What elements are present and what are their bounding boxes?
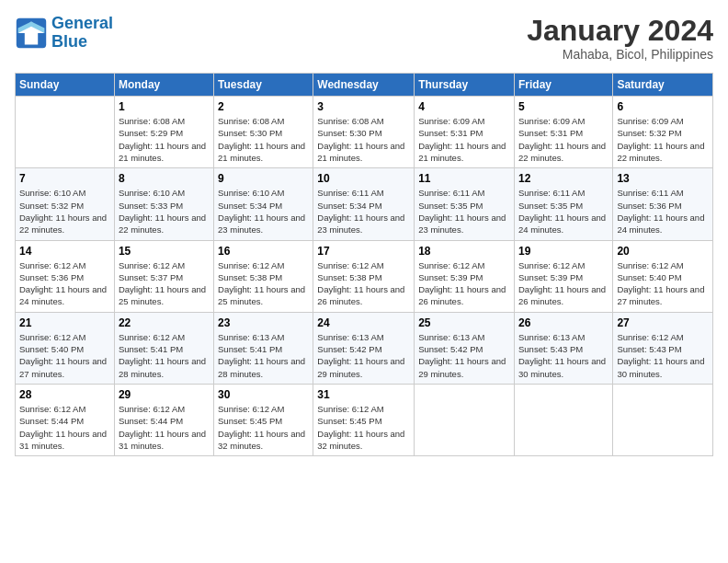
day-info: Sunrise: 6:12 AMSunset: 5:38 PMDaylight:… <box>317 259 410 308</box>
day-info: Sunrise: 6:12 AMSunset: 5:39 PMDaylight:… <box>418 259 510 308</box>
calendar-cell: 1 Sunrise: 6:08 AMSunset: 5:29 PMDayligh… <box>114 97 213 168</box>
day-info: Sunrise: 6:12 AMSunset: 5:40 PMDaylight:… <box>617 259 709 308</box>
day-info: Sunrise: 6:11 AMSunset: 5:35 PMDaylight:… <box>418 187 510 236</box>
day-number: 5 <box>518 100 609 113</box>
day-number: 2 <box>218 100 309 113</box>
day-info: Sunrise: 6:08 AMSunset: 5:30 PMDaylight:… <box>218 115 309 164</box>
day-number: 15 <box>119 245 210 258</box>
day-info: Sunrise: 6:13 AMSunset: 5:43 PMDaylight:… <box>518 331 609 380</box>
logo-line1: General <box>51 14 113 32</box>
day-number: 27 <box>617 316 709 329</box>
day-number: 26 <box>518 316 609 329</box>
day-number: 31 <box>317 388 410 401</box>
calendar-cell <box>16 97 115 168</box>
calendar-cell <box>514 384 612 455</box>
logo: General Blue <box>15 15 113 52</box>
calendar-cell: 25 Sunrise: 6:13 AMSunset: 5:42 PMDaylig… <box>415 312 515 384</box>
col-tuesday: Tuesday <box>214 74 313 97</box>
day-info: Sunrise: 6:12 AMSunset: 5:41 PMDaylight:… <box>119 331 210 380</box>
day-number: 14 <box>19 245 110 258</box>
day-info: Sunrise: 6:11 AMSunset: 5:35 PMDaylight:… <box>518 187 609 236</box>
col-wednesday: Wednesday <box>313 74 415 97</box>
day-info: Sunrise: 6:10 AMSunset: 5:32 PMDaylight:… <box>19 187 110 236</box>
day-info: Sunrise: 6:12 AMSunset: 5:39 PMDaylight:… <box>518 259 609 308</box>
day-number: 29 <box>119 388 210 401</box>
day-info: Sunrise: 6:08 AMSunset: 5:30 PMDaylight:… <box>317 115 410 164</box>
day-number: 21 <box>19 316 110 329</box>
day-info: Sunrise: 6:11 AMSunset: 5:34 PMDaylight:… <box>317 187 410 236</box>
calendar-cell: 28 Sunrise: 6:12 AMSunset: 5:44 PMDaylig… <box>16 384 115 455</box>
day-info: Sunrise: 6:11 AMSunset: 5:36 PMDaylight:… <box>617 187 709 236</box>
day-number: 17 <box>317 245 410 258</box>
page: General Blue January 2024 Mahaba, Bicol,… <box>0 0 728 563</box>
calendar-cell: 24 Sunrise: 6:13 AMSunset: 5:42 PMDaylig… <box>313 312 415 384</box>
calendar-cell: 29 Sunrise: 6:12 AMSunset: 5:44 PMDaylig… <box>114 384 213 455</box>
day-number: 6 <box>617 100 709 113</box>
day-info: Sunrise: 6:10 AMSunset: 5:34 PMDaylight:… <box>218 187 309 236</box>
calendar-cell: 20 Sunrise: 6:12 AMSunset: 5:40 PMDaylig… <box>613 240 713 312</box>
day-number: 7 <box>19 172 110 185</box>
calendar-cell: 17 Sunrise: 6:12 AMSunset: 5:38 PMDaylig… <box>313 240 415 312</box>
week-row-4: 28 Sunrise: 6:12 AMSunset: 5:44 PMDaylig… <box>16 384 713 455</box>
day-info: Sunrise: 6:12 AMSunset: 5:40 PMDaylight:… <box>19 331 110 380</box>
day-info: Sunrise: 6:13 AMSunset: 5:42 PMDaylight:… <box>317 331 410 380</box>
calendar-cell: 31 Sunrise: 6:12 AMSunset: 5:45 PMDaylig… <box>313 384 415 455</box>
day-number: 3 <box>317 100 410 113</box>
calendar-cell <box>415 384 515 455</box>
day-number: 13 <box>617 172 709 185</box>
calendar-cell: 14 Sunrise: 6:12 AMSunset: 5:36 PMDaylig… <box>16 240 115 312</box>
calendar-cell: 5 Sunrise: 6:09 AMSunset: 5:31 PMDayligh… <box>514 97 612 168</box>
day-info: Sunrise: 6:12 AMSunset: 5:38 PMDaylight:… <box>218 259 309 308</box>
calendar-cell: 19 Sunrise: 6:12 AMSunset: 5:39 PMDaylig… <box>514 240 612 312</box>
col-sunday: Sunday <box>16 74 115 97</box>
calendar-body: 1 Sunrise: 6:08 AMSunset: 5:29 PMDayligh… <box>16 97 713 456</box>
calendar-cell: 4 Sunrise: 6:09 AMSunset: 5:31 PMDayligh… <box>415 97 515 168</box>
day-number: 9 <box>218 172 309 185</box>
day-info: Sunrise: 6:12 AMSunset: 5:37 PMDaylight:… <box>119 259 210 308</box>
day-info: Sunrise: 6:08 AMSunset: 5:29 PMDaylight:… <box>119 115 210 164</box>
day-number: 4 <box>418 100 510 113</box>
day-info: Sunrise: 6:12 AMSunset: 5:43 PMDaylight:… <box>617 331 709 380</box>
day-number: 25 <box>418 316 510 329</box>
week-row-1: 7 Sunrise: 6:10 AMSunset: 5:32 PMDayligh… <box>16 168 713 240</box>
day-info: Sunrise: 6:09 AMSunset: 5:31 PMDaylight:… <box>418 115 510 164</box>
calendar-cell: 13 Sunrise: 6:11 AMSunset: 5:36 PMDaylig… <box>613 168 713 240</box>
calendar-title: January 2024 <box>527 15 713 47</box>
title-section: January 2024 Mahaba, Bicol, Philippines <box>527 15 713 62</box>
day-number: 30 <box>218 388 309 401</box>
day-number: 28 <box>19 388 110 401</box>
logo-text: General Blue <box>51 15 113 52</box>
col-friday: Friday <box>514 74 612 97</box>
calendar-cell: 12 Sunrise: 6:11 AMSunset: 5:35 PMDaylig… <box>514 168 612 240</box>
calendar-cell: 2 Sunrise: 6:08 AMSunset: 5:30 PMDayligh… <box>214 97 313 168</box>
week-row-0: 1 Sunrise: 6:08 AMSunset: 5:29 PMDayligh… <box>16 97 713 168</box>
day-number: 23 <box>218 316 309 329</box>
day-number: 20 <box>617 245 709 258</box>
day-info: Sunrise: 6:12 AMSunset: 5:44 PMDaylight:… <box>119 403 210 452</box>
day-info: Sunrise: 6:12 AMSunset: 5:45 PMDaylight:… <box>317 403 410 452</box>
col-monday: Monday <box>114 74 213 97</box>
day-info: Sunrise: 6:13 AMSunset: 5:41 PMDaylight:… <box>218 331 309 380</box>
day-info: Sunrise: 6:10 AMSunset: 5:33 PMDaylight:… <box>119 187 210 236</box>
day-info: Sunrise: 6:13 AMSunset: 5:42 PMDaylight:… <box>418 331 510 380</box>
col-thursday: Thursday <box>415 74 515 97</box>
calendar-cell: 11 Sunrise: 6:11 AMSunset: 5:35 PMDaylig… <box>415 168 515 240</box>
day-number: 22 <box>119 316 210 329</box>
day-info: Sunrise: 6:09 AMSunset: 5:31 PMDaylight:… <box>518 115 609 164</box>
day-number: 1 <box>119 100 210 113</box>
calendar-cell: 23 Sunrise: 6:13 AMSunset: 5:41 PMDaylig… <box>214 312 313 384</box>
day-number: 8 <box>119 172 210 185</box>
day-number: 18 <box>418 245 510 258</box>
week-row-2: 14 Sunrise: 6:12 AMSunset: 5:36 PMDaylig… <box>16 240 713 312</box>
logo-line2: Blue <box>51 32 87 51</box>
calendar-cell: 26 Sunrise: 6:13 AMSunset: 5:43 PMDaylig… <box>514 312 612 384</box>
calendar-cell: 18 Sunrise: 6:12 AMSunset: 5:39 PMDaylig… <box>415 240 515 312</box>
calendar-cell: 3 Sunrise: 6:08 AMSunset: 5:30 PMDayligh… <box>313 97 415 168</box>
col-saturday: Saturday <box>613 74 713 97</box>
calendar-cell: 16 Sunrise: 6:12 AMSunset: 5:38 PMDaylig… <box>214 240 313 312</box>
day-number: 19 <box>518 245 609 258</box>
calendar-cell: 22 Sunrise: 6:12 AMSunset: 5:41 PMDaylig… <box>114 312 213 384</box>
day-info: Sunrise: 6:09 AMSunset: 5:32 PMDaylight:… <box>617 115 709 164</box>
day-info: Sunrise: 6:12 AMSunset: 5:44 PMDaylight:… <box>19 403 110 452</box>
day-info: Sunrise: 6:12 AMSunset: 5:45 PMDaylight:… <box>218 403 309 452</box>
